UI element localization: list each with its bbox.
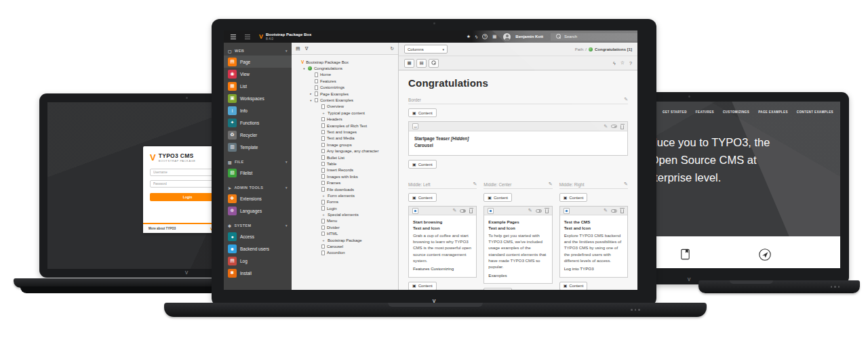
sidebar-item-info[interactable]: iInfo [224,104,292,116]
sidebar-section-file[interactable]: ▨FILE▾ [224,157,292,167]
tree-node-customizings[interactable]: Customizings [293,85,397,91]
sidebar-section-admin-tools[interactable]: ➤ADMIN TOOLS▾ [224,183,292,192]
more-about-link[interactable]: More about TYPO3 [149,227,176,230]
card-link[interactable]: Features Customizing [413,265,472,272]
sidebar-item-languages[interactable]: ⊕Languages [224,205,292,217]
tree-node-login[interactable]: Login [293,205,397,211]
tree-node-examples-of-rich-text[interactable]: Examples of Rich Text [293,123,397,129]
edit-icon[interactable]: ✎ [604,208,608,213]
bookmark-outline-icon[interactable]: ☆ [620,60,625,66]
tree-node-menu[interactable]: Menu [293,218,397,224]
delete-icon[interactable] [469,209,473,213]
sidebar-item-filelist[interactable]: ▧Filelist [224,167,292,179]
tree-node-html[interactable]: HTML [293,231,397,237]
add-content-button[interactable]: ▣Content [484,193,512,202]
tree-node-text-and-media[interactable]: Text and Media [293,135,397,142]
edit-icon[interactable]: ✎ [528,208,532,213]
tree-node-insert-records[interactable]: Insert Records [293,167,397,173]
nav-item-content-examples[interactable]: CONTENT EXAMPLES [797,110,833,114]
sidebar-item-view[interactable]: ◉View [224,68,292,80]
tree-node-images-with-links[interactable]: Images with links [293,173,397,179]
search-input[interactable]: Search [551,33,637,41]
card-link[interactable]: Examples [488,272,547,278]
content-element-card[interactable]: ✎Start browsingText and IconGrab a cup o… [408,206,477,277]
sidebar-section-system[interactable]: ✱SYSTEM▾ [224,221,292,230]
tree-node-home[interactable]: Home [293,72,397,78]
sidebar-item-template[interactable]: ▥Template [224,141,292,153]
delete-icon[interactable] [620,209,624,213]
expander-icon[interactable]: ▾ [302,67,306,70]
edit-column-icon[interactable]: ✎ [549,181,553,187]
sidebar-item-page[interactable]: ▤Page [224,56,292,68]
tree-node-bootstrap-package-box[interactable]: VBootstrap Package Box [293,59,397,65]
tree-node-carousel[interactable]: Carousel [293,243,397,249]
tree-node-features[interactable]: Features [293,78,397,84]
visibility-toggle-icon[interactable] [536,209,542,213]
columns-select[interactable]: Columns ▾ [404,45,448,54]
filter-icon[interactable]: ∇ [305,46,309,51]
tree-node-typical-page-content[interactable]: +Typical page content [293,110,397,116]
sidebar-item-extensions[interactable]: ✚Extensions [224,192,292,205]
add-content-button[interactable]: ▣Content [408,282,437,291]
edit-page-button[interactable]: ▤ [416,59,427,68]
search-button[interactable] [429,59,439,68]
help-icon[interactable]: ? [482,34,488,39]
menu-toggle-icon[interactable] [231,35,236,39]
content-element-card[interactable]: ▭ ✎ Startpage Teaser [Hid [408,121,628,156]
tree-node-forms[interactable]: Forms [293,199,397,205]
docheader-help-icon[interactable]: ? [629,61,632,66]
cache-bolt-icon[interactable]: ϟ [613,61,616,66]
tree-node-table[interactable]: Table [293,161,397,167]
edit-column-icon[interactable]: ✎ [473,181,477,187]
add-content-button[interactable]: ▣Content [484,288,512,290]
tree-node-bootstrap-package[interactable]: +Bootstrap Package [293,237,397,243]
sidebar-item-access[interactable]: ●Access [224,230,292,242]
visibility-toggle-icon[interactable] [611,209,617,213]
expander-icon[interactable]: ▾ [309,99,313,102]
tree-node-overview[interactable]: Overview [293,104,397,110]
sidebar-item-workspaces[interactable]: ▣Workspaces [224,92,292,104]
add-content-button[interactable]: ▣ Content [408,108,437,117]
visibility-toggle-icon[interactable] [611,125,617,128]
tree-node-content-examples[interactable]: ▾Content Examples [293,97,397,103]
edit-icon[interactable]: ✎ [604,124,608,129]
sidebar-item-list[interactable]: ▦List [224,80,292,92]
nav-item-page-examples[interactable]: PAGE EXAMPLES [758,110,788,114]
pagetree-toggle-icon[interactable] [245,35,250,39]
visibility-toggle-icon[interactable] [460,209,466,213]
add-content-button[interactable]: ▣Content [408,193,437,202]
add-content-button[interactable]: ▣ Content [408,160,437,169]
new-page-icon[interactable]: ▤ [296,46,300,51]
content-element-card[interactable]: ✎Example PagesText and IconTo help get y… [484,206,552,284]
tree-node-form-elements[interactable]: +Form elements [293,192,397,198]
tree-node-page-examples[interactable]: ▸Page Examples [293,91,397,97]
sidebar-item-install[interactable]: ✱Install [224,267,292,279]
tree-node-image-groups[interactable]: Image groups [293,142,397,148]
sidebar-item-recycler[interactable]: ♻Recycler [224,129,292,141]
tree-node-congratulations[interactable]: ▾Congratulations [293,65,397,71]
tree-node-bullet-list[interactable]: Bullet List [293,154,397,161]
add-content-button[interactable]: ▣Content [559,282,588,291]
tree-node-text-and-images[interactable]: Text and Images [293,129,397,135]
tree-node-headers[interactable]: Headers [293,116,397,123]
edit-icon[interactable]: ✎ [452,208,456,213]
modules-grid-icon[interactable]: ▦ [492,34,496,39]
avatar[interactable] [503,33,511,41]
card-link[interactable]: Log into TYPO3 [564,265,623,272]
layout-view-button[interactable]: ▦ [404,59,414,68]
nav-item-customizings[interactable]: CUSTOMIZINGS [723,110,749,114]
edit-column-icon[interactable]: ✎ [624,181,628,187]
tree-node-accordion[interactable]: Accordion [293,250,397,256]
add-content-button[interactable]: ▣Content [559,193,588,202]
sidebar-item-functions[interactable]: ✦Functions [224,116,292,129]
edit-column-icon[interactable]: ✎ [624,97,628,102]
user-name[interactable]: Benjamin Kott [515,35,543,39]
sidebar-section-web[interactable]: ▢WEB▾ [224,46,292,56]
delete-icon[interactable] [545,209,549,213]
tree-node-divider[interactable]: Divider [293,224,397,230]
refresh-icon[interactable]: ↻ [390,46,394,51]
sidebar-item-backend-users[interactable]: ☻Backend users [224,242,292,255]
bookmark-star-icon[interactable]: ★ [467,34,471,39]
expander-icon[interactable]: ▸ [309,92,313,95]
tree-node-special-elements[interactable]: +Special elements [293,211,397,217]
